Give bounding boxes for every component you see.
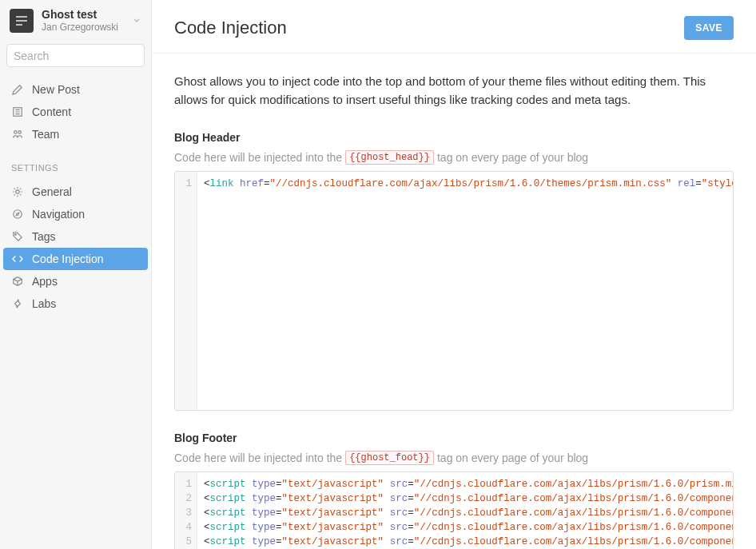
- code-icon: [11, 253, 24, 265]
- search-input-wrap[interactable]: [6, 44, 145, 67]
- sidebar-item-label: Content: [32, 105, 71, 118]
- chevron-down-icon: [132, 14, 141, 27]
- code-lines[interactable]: <script type="text/javascript" src="//cd…: [197, 472, 733, 549]
- code-line[interactable]: <script type="text/javascript" src="//cd…: [204, 520, 726, 535]
- save-button[interactable]: SAVE: [684, 16, 734, 40]
- svg-point-6: [18, 131, 22, 134]
- sidebar-item-general[interactable]: General: [0, 181, 151, 203]
- sidebar-item-labs[interactable]: Labs: [0, 292, 151, 315]
- search-input[interactable]: [14, 50, 153, 62]
- nav-settings: GeneralNavigationTagsCode InjectionAppsL…: [0, 177, 151, 318]
- code-lines[interactable]: <link href="//cdnjs.cloudflare.com/ajax/…: [197, 172, 733, 410]
- sidebar-item-label: General: [32, 185, 72, 198]
- blog-footer-title: Blog Footer: [174, 432, 734, 444]
- nav-main: New PostContentTeam: [0, 75, 151, 149]
- blog-header-hint: Code here will be injected into the {{gh…: [174, 150, 734, 165]
- sidebar-item-label: Code Injection: [32, 253, 104, 265]
- sidebar-item-label: Navigation: [32, 208, 85, 221]
- sidebar-item-label: New Post: [32, 83, 80, 96]
- svg-point-9: [15, 234, 17, 236]
- sidebar-item-label: Team: [32, 128, 59, 141]
- code-line[interactable]: <script type="text/javascript" src="//cd…: [204, 477, 726, 491]
- svg-point-7: [16, 190, 19, 193]
- blog-footer-hint: Code here will be injected into the {{gh…: [174, 451, 734, 465]
- code-line[interactable]: <script type="text/javascript" src="//cd…: [204, 491, 726, 506]
- blog-footer-editor[interactable]: 12345 <script type="text/javascript" src…: [174, 471, 734, 549]
- sidebar-item-label: Apps: [32, 275, 58, 288]
- box-icon: [11, 276, 24, 287]
- sidebar-item-navigation[interactable]: Navigation: [0, 203, 151, 225]
- page-title: Code Injection: [174, 18, 287, 38]
- blog-header-title: Blog Header: [174, 131, 734, 144]
- compass-icon: [11, 209, 24, 220]
- team-icon: [11, 129, 24, 140]
- svg-rect-0: [16, 16, 27, 18]
- sidebar: Ghost test Jan Grzegorowski New PostCont…: [0, 0, 152, 549]
- labs-icon: [11, 298, 24, 309]
- ghost-head-token: {{ghost_head}}: [345, 150, 434, 165]
- main-content: Code Injection SAVE Ghost allows you to …: [152, 0, 756, 549]
- ghost-foot-token: {{ghost_foot}}: [345, 451, 434, 465]
- sidebar-item-label: Labs: [32, 297, 56, 310]
- brand-switcher[interactable]: Ghost test Jan Grzegorowski: [0, 0, 151, 39]
- list-icon: [11, 106, 24, 117]
- tag-icon: [11, 231, 24, 242]
- blog-header-editor[interactable]: 1 <link href="//cdnjs.cloudflare.com/aja…: [174, 171, 734, 411]
- brand-logo-icon: [10, 9, 34, 33]
- svg-rect-1: [16, 20, 27, 22]
- intro-text: Ghost allows you to inject code into the…: [174, 73, 734, 109]
- pencil-icon: [11, 84, 24, 95]
- svg-point-8: [14, 210, 22, 219]
- code-line[interactable]: <link href="//cdnjs.cloudflare.com/ajax/…: [204, 177, 726, 191]
- sidebar-item-label: Tags: [32, 230, 56, 243]
- sidebar-item-apps[interactable]: Apps: [0, 270, 151, 292]
- gear-icon: [11, 186, 24, 197]
- sidebar-item-team[interactable]: Team: [0, 123, 151, 145]
- sidebar-item-new-post[interactable]: New Post: [0, 78, 151, 101]
- settings-section-label: SETTINGS: [0, 149, 151, 177]
- brand-title: Ghost test: [42, 8, 124, 22]
- line-gutter: 12345: [175, 472, 197, 549]
- sidebar-item-tags[interactable]: Tags: [0, 225, 151, 248]
- sidebar-item-code-injection[interactable]: Code Injection: [3, 248, 148, 270]
- code-line[interactable]: <script type="text/javascript" src="//cd…: [204, 535, 726, 549]
- brand-subtitle: Jan Grzegorowski: [42, 22, 124, 33]
- sidebar-item-content[interactable]: Content: [0, 101, 151, 123]
- svg-point-5: [14, 131, 18, 134]
- topbar: Code Injection SAVE: [152, 0, 756, 54]
- line-gutter: 1: [175, 172, 197, 410]
- svg-rect-2: [16, 24, 22, 26]
- code-line[interactable]: <script type="text/javascript" src="//cd…: [204, 506, 726, 520]
